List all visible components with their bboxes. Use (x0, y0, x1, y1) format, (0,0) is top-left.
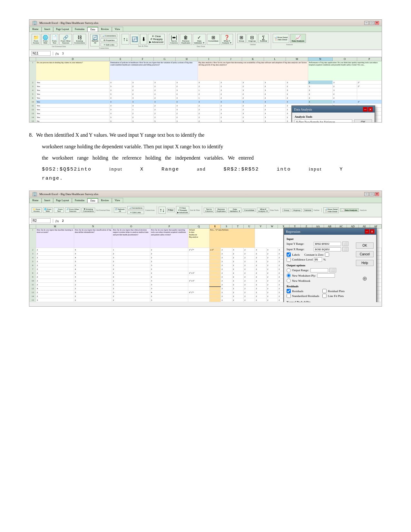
confidence-value-field[interactable] (314, 257, 322, 262)
whatif-btn-b[interactable]: What-IfAnalysis ▼ (257, 208, 269, 213)
sort-asc-btn[interactable]: ↑↓ (122, 34, 129, 44)
maximize-btn-bottom[interactable]: □ (369, 192, 374, 196)
from-other-btn-b[interactable]: 🔗 From OtherSources (65, 207, 80, 213)
data-validation-btn[interactable]: ✓ DataValidation ▼ (193, 34, 206, 45)
show-detail-btn-b[interactable]: 📊 Show Detail📋 Hide Detail (323, 207, 339, 213)
new-worksheet-radio[interactable] (287, 273, 291, 278)
clear-btn[interactable]: ✕ Clear↺ Reapply▶ Advanced (148, 34, 164, 44)
from-web-btn[interactable]: 🌐 FromWeb (41, 34, 49, 45)
tab-view[interactable]: View (112, 27, 123, 32)
tab-page-layout[interactable]: Page Layout (53, 27, 72, 32)
tab-view-bottom[interactable]: View (112, 198, 123, 203)
regression-ok-btn[interactable]: OK (356, 242, 374, 249)
close-btn-bottom[interactable]: ✕ (375, 192, 379, 196)
col-header-N-b: N (74, 225, 112, 229)
data-analysis-btn[interactable]: 📈 Data Analysis (290, 34, 306, 43)
minimize-btn-bottom[interactable]: ─ (364, 192, 369, 196)
consolidate-btn[interactable]: ⊞ Consolidate (207, 34, 220, 45)
regression-minimize-btn[interactable]: ─ (365, 229, 369, 234)
help-icon[interactable]: ⊕ (356, 275, 374, 282)
step8-text-1: We then identified X and Y values. We us… (36, 130, 204, 140)
edit-links-btn-b[interactable]: ✏ Edit Links (127, 211, 144, 214)
tab-home-bottom[interactable]: Home (29, 198, 42, 203)
tab-data-bottom[interactable]: Data (87, 198, 98, 203)
remove-dup-btn-b[interactable]: RemoveDuplicates (215, 208, 227, 213)
residual-plots-checkbox[interactable] (322, 289, 327, 293)
output-range-radio[interactable] (287, 268, 291, 272)
reapply-btn-b[interactable]: ✕ Clear↺ Reapply▶ Advanced (176, 206, 189, 214)
tab-formulas[interactable]: Formulas (72, 27, 87, 32)
input-x-browse-btn[interactable]: ⬜ (342, 247, 348, 251)
input-y-field[interactable] (314, 242, 341, 246)
regression-close-btn[interactable]: ✕ (370, 229, 374, 234)
group-btn-b[interactable]: Group (282, 209, 290, 212)
tab-insert-bottom[interactable]: Insert (42, 198, 53, 203)
window-controls-bottom: ─ □ ✕ (364, 192, 379, 196)
maximize-btn[interactable]: □ (369, 21, 374, 25)
edit-links-btn[interactable]: ✏ Edit Links (101, 43, 117, 46)
new-worksheet-field[interactable] (317, 273, 335, 278)
regression-cancel-btn[interactable]: Cancel (356, 251, 374, 257)
output-range-browse-btn[interactable]: ⬜ (329, 268, 336, 272)
analysis-tools-list[interactable]: F-Test Two-Sample for Variances Fourier … (295, 119, 352, 123)
residuals-checkbox[interactable] (287, 289, 291, 293)
regression-dialog-title: Regression ─ ✕ (284, 228, 376, 235)
existing-connections-btn[interactable]: ⛓ ExistingConnections (73, 34, 86, 45)
from-access-btn[interactable]: 📁 FromAccess (32, 34, 40, 45)
tab-formulas-bottom[interactable]: Formulas (72, 198, 87, 203)
show-detail-btn[interactable]: 📊 Show Detail📋 Hide Detail (273, 34, 289, 43)
tab-home[interactable]: Home (29, 27, 42, 32)
validation-btn-b[interactable]: DataValidation ▼ (228, 208, 242, 213)
ungroup-btn[interactable]: ⊟ Ungroup (247, 34, 257, 43)
existing-btn-b[interactable]: ⛓ ExistingConnections (82, 208, 95, 213)
input-y-browse-btn[interactable]: ⬜ (342, 241, 348, 246)
confidence-checkbox[interactable] (287, 258, 291, 262)
new-workbook-radio[interactable] (287, 279, 291, 283)
from-other-btn[interactable]: 🔗 From OtherSources (59, 34, 72, 45)
from-text-btn-b[interactable]: 📄 FromText (54, 207, 64, 213)
filter-btn-b[interactable]: Filter (167, 208, 175, 212)
refresh-btn-b[interactable]: 🔄 RefreshAll (114, 207, 126, 213)
connections-btn[interactable]: 📊 Connections (101, 34, 117, 37)
filter-btn[interactable]: ⬇ (140, 34, 147, 44)
subtotal-btn[interactable]: ∑ Subtotal (258, 34, 269, 43)
close-btn[interactable]: ✕ (375, 21, 379, 25)
tab-data[interactable]: Data (87, 27, 98, 32)
tab-review-bottom[interactable]: Review (98, 198, 112, 203)
col-header-N[interactable]: N (308, 57, 332, 61)
dialog-minimize-btn[interactable]: ─ (363, 107, 367, 112)
standardized-checkbox[interactable] (287, 294, 291, 298)
name-box-top[interactable] (31, 51, 51, 56)
line-fit-checkbox[interactable] (322, 294, 327, 298)
what-if-btn[interactable]: ❓ What-IfAnalysis ▼ (221, 34, 233, 45)
from-web-btn-b[interactable]: 🌐 FromWeb (43, 207, 53, 213)
remove-duplicates-btn[interactable]: 🗑 RemoveDuplicates (180, 34, 191, 45)
dialog-ok-btn[interactable]: OK (354, 119, 372, 123)
from-access-btn-b[interactable]: 📁 FromAccess (32, 207, 42, 213)
sort-desc-btn[interactable]: 🔃 (130, 34, 139, 44)
regression-help-btn[interactable]: Help (356, 260, 374, 266)
labels-checkbox[interactable] (287, 252, 291, 257)
text-cols-btn-b[interactable]: Text toColumns (204, 208, 214, 213)
tab-review[interactable]: Review (98, 27, 112, 32)
consolidate-btn-b[interactable]: Consolidate (243, 209, 256, 212)
output-range-field[interactable] (310, 268, 328, 272)
group-btn[interactable]: ⊞ Group (237, 34, 246, 43)
text-to-columns-btn[interactable]: |⬌| Text toColumns (169, 34, 179, 45)
data-analysis-btn-b[interactable]: 📈 Data Analysis (340, 208, 359, 212)
constant-zero-checkbox[interactable] (325, 252, 329, 257)
tab-page-layout-bottom[interactable]: Page Layout (53, 198, 72, 203)
name-box-bottom[interactable] (31, 218, 51, 223)
from-text-btn[interactable]: 📄 FromText (50, 34, 58, 45)
list-item-ftest[interactable]: F-Test Two-Sample for Variances (295, 120, 352, 123)
connections-btn-b[interactable]: 📊 Connections (127, 206, 144, 210)
tab-insert[interactable]: Insert (42, 27, 53, 32)
ungroup-btn-b[interactable]: Ungroup (292, 209, 302, 212)
dialog-close-btn[interactable]: ✕ (368, 107, 373, 112)
sort-btn-b[interactable]: ↑↓ (159, 207, 166, 214)
refresh-all-btn[interactable]: 🔄 RefreshAll (90, 34, 100, 46)
minimize-btn[interactable]: ─ (364, 21, 369, 25)
input-x-field[interactable] (314, 247, 341, 251)
subtotal-btn-b[interactable]: Subtotal (303, 209, 313, 212)
properties-btn[interactable]: ⚙ Properties (101, 38, 117, 42)
